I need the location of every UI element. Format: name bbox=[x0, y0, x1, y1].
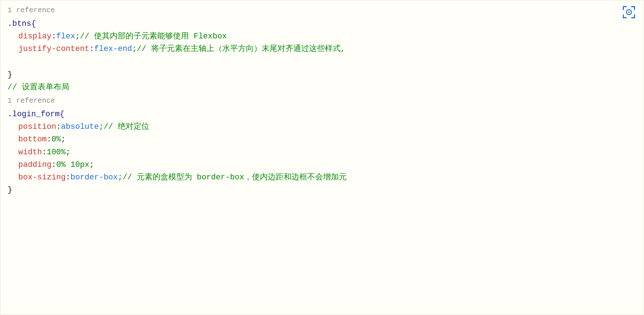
display-property: display bbox=[8, 30, 51, 43]
bottom-colon: : bbox=[47, 133, 51, 146]
btns-selector-line: .btns{ bbox=[0, 18, 644, 30]
svg-rect-1 bbox=[623, 6, 624, 10]
reference-line-2: 1 reference bbox=[0, 94, 644, 108]
padding-colon: : bbox=[51, 159, 56, 171]
form-comment-line: // 设置表单布局 bbox=[0, 81, 644, 94]
scan-icon[interactable] bbox=[622, 5, 636, 19]
justify-line: justify-content : flex-end ;// 将子元素在主轴上（… bbox=[0, 43, 644, 55]
boxsizing-colon: : bbox=[66, 171, 70, 184]
boxsizing-property: box-sizing bbox=[8, 171, 66, 184]
display-colon: : bbox=[51, 30, 56, 43]
justify-comment: ;// 将子元素在主轴上（水平方向）末尾对齐通过这些样式, bbox=[132, 43, 345, 55]
close-brace-1: } bbox=[0, 69, 644, 81]
reference-text-2: 1 reference bbox=[8, 97, 55, 105]
bottom-property: bottom bbox=[8, 133, 47, 146]
width-line: width : 100% ; bbox=[0, 146, 644, 159]
justify-value: flex-end bbox=[94, 43, 132, 55]
padding-semi: ; bbox=[89, 159, 94, 171]
bottom-value: 0% bbox=[51, 133, 61, 146]
padding-value: 0% 10px bbox=[56, 159, 89, 171]
boxsizing-comment: ;// 元素的盒模型为 border-box，使内边距和边框不会增加元 bbox=[118, 171, 347, 184]
btns-selector: .btns{ bbox=[8, 18, 36, 30]
svg-rect-3 bbox=[634, 6, 635, 10]
svg-rect-7 bbox=[634, 14, 635, 18]
width-property: width bbox=[8, 146, 42, 159]
boxsizing-value: border-box bbox=[70, 171, 118, 184]
reference-text-1: 1 reference bbox=[8, 6, 55, 14]
width-semi: ; bbox=[66, 146, 70, 159]
close-brace-2: } bbox=[0, 184, 644, 196]
form-comment: // 设置表单布局 bbox=[8, 81, 69, 94]
padding-line: padding : 0% 10px ; bbox=[0, 159, 644, 171]
display-line: display : flex ;// 使其内部的子元素能够使用 Flexbox bbox=[0, 30, 644, 43]
position-line: position : absolute ;// 绝对定位 bbox=[0, 121, 644, 133]
width-colon: : bbox=[42, 146, 47, 159]
bottom-semi: ; bbox=[61, 133, 66, 146]
svg-rect-5 bbox=[623, 14, 624, 18]
width-value: 100% bbox=[47, 146, 66, 159]
login-selector-line: .login_form{ bbox=[0, 108, 644, 121]
position-colon: : bbox=[56, 121, 61, 133]
padding-property: padding bbox=[8, 159, 51, 171]
justify-colon: : bbox=[89, 43, 94, 55]
svg-point-9 bbox=[628, 11, 630, 13]
empty-line-1 bbox=[0, 56, 644, 69]
boxsizing-line: box-sizing : border-box ;// 元素的盒模型为 bord… bbox=[0, 171, 644, 184]
position-property: position bbox=[8, 121, 56, 133]
login-selector: .login_form{ bbox=[8, 108, 64, 121]
reference-line-1: 1 reference bbox=[0, 3, 644, 18]
bottom-line: bottom : 0% ; bbox=[0, 133, 644, 146]
display-value: flex bbox=[56, 30, 75, 43]
position-value: absolute bbox=[61, 121, 99, 133]
code-editor: 1 reference .btns{ display : flex ;// 使其… bbox=[0, 0, 644, 315]
display-comment: ;// 使其内部的子元素能够使用 Flexbox bbox=[75, 30, 227, 43]
justify-property: justify-content bbox=[8, 43, 89, 55]
position-comment: ;// 绝对定位 bbox=[99, 121, 149, 133]
